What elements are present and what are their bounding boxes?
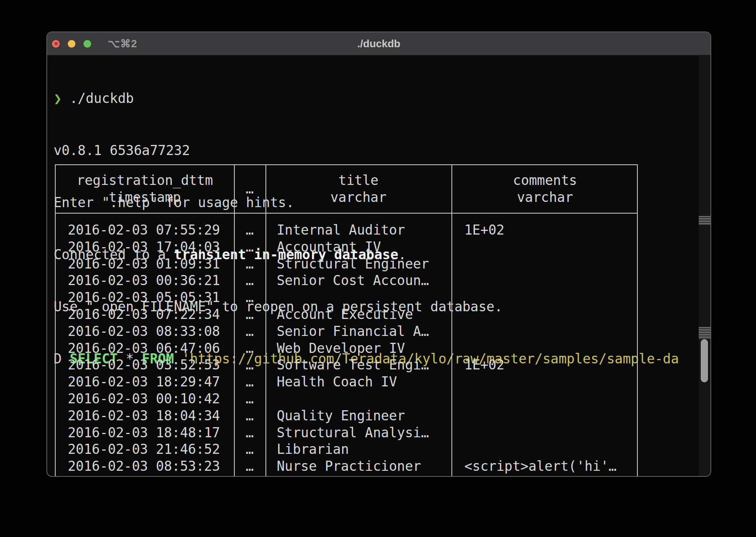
table-cell: 2016-02-03 07:22:34 xyxy=(56,306,234,323)
table-cell: 2016-02-03 17:04:03 xyxy=(56,239,234,256)
prompt-chevron-icon: ❯ xyxy=(54,90,62,106)
table-row: 2016-02-03 06:47:06…Web Developer IV xyxy=(56,340,637,357)
table-row: 2016-02-03 18:48:17…Structural Analysi… xyxy=(56,424,637,441)
table-row: 2016-02-03 17:04:03…Accountant IV xyxy=(56,239,637,256)
table-cell xyxy=(451,306,639,323)
table-row: 2016-02-03 07:55:29…Internal Auditor1E+0… xyxy=(56,222,637,239)
column-header-registration-dttm: registration_dttmtimestamp xyxy=(56,172,234,206)
table-cell: … xyxy=(234,458,265,475)
table-cell: … xyxy=(234,272,265,289)
scrollbar-marker xyxy=(699,327,710,339)
scrollbar-thumb[interactable] xyxy=(701,339,708,382)
table-cell xyxy=(265,390,451,407)
table-cell: 2016-02-03 03:52:53 xyxy=(56,357,234,373)
table-cell: 2016-02-03 07:55:29 xyxy=(56,222,234,239)
table-cell xyxy=(451,407,639,424)
table-cell xyxy=(265,289,451,306)
table-cell: … xyxy=(234,222,265,239)
table-cell: Quality Engineer xyxy=(265,407,451,424)
table-cell: Web Developer IV xyxy=(265,340,451,357)
table-cell: <script>alert('hi'… xyxy=(451,458,639,475)
table-cell: Structural Engineer xyxy=(265,256,451,273)
table-cell: … xyxy=(234,340,265,357)
scrollbar-track[interactable] xyxy=(699,55,710,476)
table-cell: 2016-02-03 18:29:47 xyxy=(56,373,234,390)
column-header-title: titlevarchar xyxy=(265,172,451,206)
table-cell: 2016-02-03 05:05:31 xyxy=(56,289,234,306)
table-cell: … xyxy=(234,256,265,273)
table-cell: … xyxy=(234,390,265,407)
table-cell: … xyxy=(234,239,265,256)
table-cell: 2016-02-03 00:10:42 xyxy=(56,390,234,407)
table-cell: 2016-02-03 18:48:17 xyxy=(56,424,234,441)
table-cell: Health Coach IV xyxy=(265,373,451,390)
table-cell: … xyxy=(234,441,265,458)
table-cell: 2016-02-03 18:04:34 xyxy=(56,407,234,424)
table-cell: 1E+02 xyxy=(451,357,639,373)
table-cell: 2016-02-03 21:46:52 xyxy=(56,441,234,458)
table-cell: 2016-02-03 01:09:31 xyxy=(56,256,234,273)
table-row: 2016-02-03 01:09:31…Structural Engineer xyxy=(56,256,637,273)
table-header: registration_dttmtimestamp … titlevarcha… xyxy=(56,165,637,214)
title-bar[interactable]: ⌥⌘2 ./duckdb xyxy=(47,32,710,55)
table-cell: … xyxy=(234,357,265,373)
column-divider xyxy=(234,165,235,477)
table-cell: Senior Cost Accoun… xyxy=(265,272,451,289)
table-cell: Software Test Engi… xyxy=(265,357,451,373)
table-row: 2016-02-03 21:46:52…Librarian xyxy=(56,441,637,458)
table-cell xyxy=(451,239,639,256)
scrollbar-marker xyxy=(699,216,710,225)
table-row: 2016-02-03 00:10:42… xyxy=(56,390,637,407)
table-cell: Structural Analysi… xyxy=(265,424,451,441)
table-cell: Senior Financial A… xyxy=(265,323,451,340)
column-divider xyxy=(451,165,452,477)
table-cell: 2016-02-03 06:47:06 xyxy=(56,340,234,357)
window-title: ./duckdb xyxy=(47,38,710,50)
table-cell: Account Executive xyxy=(265,306,451,323)
result-table: registration_dttmtimestamp … titlevarcha… xyxy=(55,164,638,477)
table-cell: … xyxy=(234,306,265,323)
table-cell xyxy=(451,340,639,357)
prompt-line: ❯ ./duckdb xyxy=(54,90,697,107)
table-row: 2016-02-03 08:53:23…Nurse Practicioner<s… xyxy=(56,458,637,475)
table-cell xyxy=(451,272,639,289)
table-cell: … xyxy=(234,323,265,340)
version-line: v0.8.1 6536a77232 xyxy=(54,142,697,159)
table-cell xyxy=(451,323,639,340)
table-cell: 2016-02-03 08:33:08 xyxy=(56,323,234,340)
table-body: 2016-02-03 07:55:29…Internal Auditor1E+0… xyxy=(56,214,637,475)
table-cell: Accountant IV xyxy=(265,239,451,256)
table-cell xyxy=(451,289,639,306)
table-cell: … xyxy=(234,289,265,306)
table-cell: … xyxy=(234,407,265,424)
table-cell: Internal Auditor xyxy=(265,222,451,239)
table-row: 2016-02-03 07:22:34…Account Executive xyxy=(56,306,637,323)
table-row: 2016-02-03 18:04:34…Quality Engineer xyxy=(56,407,637,424)
table-cell: Nurse Practicioner xyxy=(265,458,451,475)
column-header-ellipsis: … xyxy=(234,180,265,197)
column-divider xyxy=(265,165,266,477)
table-row: 2016-02-03 00:36:21…Senior Cost Accoun… xyxy=(56,272,637,289)
table-cell xyxy=(451,390,639,407)
column-header-comments: commentsvarchar xyxy=(451,172,639,206)
table-cell: 2016-02-03 08:53:23 xyxy=(56,458,234,475)
table-cell xyxy=(451,256,639,273)
table-cell xyxy=(451,424,639,441)
table-cell: 2016-02-03 00:36:21 xyxy=(56,272,234,289)
terminal-window: ⌥⌘2 ./duckdb ❯ ./duckdb v0.8.1 6536a7723… xyxy=(46,31,711,477)
table-cell: … xyxy=(234,424,265,441)
table-cell xyxy=(451,373,639,390)
table-row: 2016-02-03 18:29:47…Health Coach IV xyxy=(56,373,637,390)
table-row: 2016-02-03 05:05:31… xyxy=(56,289,637,306)
table-cell: … xyxy=(234,373,265,390)
prompt-command: ./duckdb xyxy=(70,90,134,106)
table-cell: Librarian xyxy=(265,441,451,458)
table-cell xyxy=(451,441,639,458)
table-row: 2016-02-03 03:52:53…Software Test Engi…1… xyxy=(56,357,637,373)
table-cell: 1E+02 xyxy=(451,222,639,239)
table-row: 2016-02-03 08:33:08…Senior Financial A… xyxy=(56,323,637,340)
